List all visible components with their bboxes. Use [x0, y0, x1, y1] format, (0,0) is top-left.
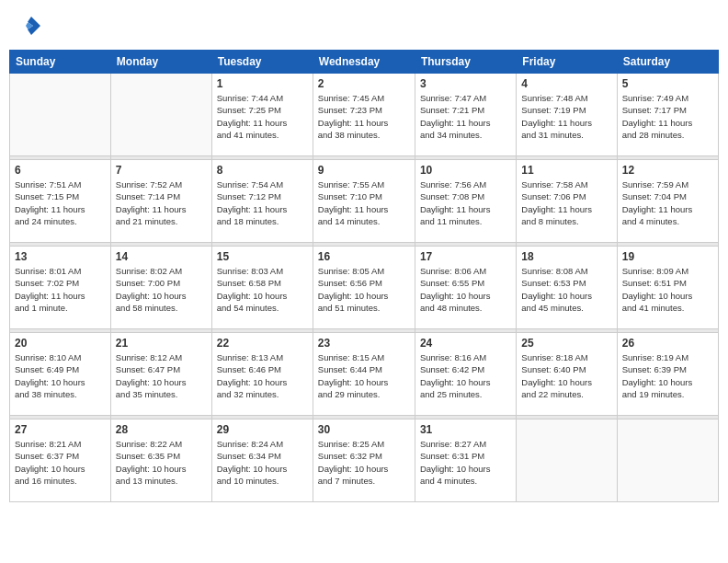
day-number: 20 [15, 337, 106, 350]
day-number: 23 [318, 337, 410, 350]
day-info: Sunrise: 7:58 AM Sunset: 7:06 PM Dayligh… [521, 178, 611, 227]
day-number: 19 [622, 250, 713, 263]
day-info: Sunrise: 8:16 AM Sunset: 6:42 PM Dayligh… [420, 351, 511, 400]
calendar-day-cell [517, 419, 617, 502]
day-number: 29 [217, 423, 308, 436]
calendar-day-cell: 30Sunrise: 8:25 AM Sunset: 6:32 PM Dayli… [313, 419, 415, 502]
calendar-day-cell: 27Sunrise: 8:21 AM Sunset: 6:37 PM Dayli… [10, 419, 111, 502]
day-number: 21 [116, 337, 207, 350]
calendar-day-cell: 10Sunrise: 7:56 AM Sunset: 7:08 PM Dayli… [415, 160, 516, 243]
day-number: 2 [318, 77, 410, 90]
day-number: 31 [420, 423, 511, 436]
weekday-header-row: SundayMondayTuesdayWednesdayThursdayFrid… [10, 51, 719, 74]
weekday-header-cell: Thursday [415, 51, 516, 74]
day-number: 3 [420, 77, 511, 90]
day-info: Sunrise: 8:24 AM Sunset: 6:34 PM Dayligh… [217, 438, 308, 487]
day-number: 13 [15, 250, 106, 263]
day-info: Sunrise: 7:55 AM Sunset: 7:10 PM Dayligh… [318, 178, 410, 227]
day-info: Sunrise: 8:13 AM Sunset: 6:46 PM Dayligh… [217, 351, 308, 400]
calendar-week-row: 1Sunrise: 7:44 AM Sunset: 7:25 PM Daylig… [10, 74, 719, 156]
day-info: Sunrise: 8:01 AM Sunset: 7:02 PM Dayligh… [15, 265, 106, 314]
day-number: 24 [420, 337, 511, 350]
day-info: Sunrise: 8:10 AM Sunset: 6:49 PM Dayligh… [15, 351, 106, 400]
day-number: 17 [420, 250, 511, 263]
day-number: 9 [318, 164, 410, 177]
day-info: Sunrise: 7:59 AM Sunset: 7:04 PM Dayligh… [622, 178, 713, 227]
day-number: 11 [521, 164, 611, 177]
day-info: Sunrise: 8:25 AM Sunset: 6:32 PM Dayligh… [318, 438, 410, 487]
day-info: Sunrise: 7:45 AM Sunset: 7:23 PM Dayligh… [318, 92, 410, 141]
day-number: 26 [622, 337, 713, 350]
calendar-day-cell: 13Sunrise: 8:01 AM Sunset: 7:02 PM Dayli… [10, 247, 111, 329]
day-info: Sunrise: 7:44 AM Sunset: 7:25 PM Dayligh… [217, 92, 308, 141]
day-info: Sunrise: 7:48 AM Sunset: 7:19 PM Dayligh… [521, 92, 611, 141]
calendar-day-cell: 15Sunrise: 8:03 AM Sunset: 6:58 PM Dayli… [211, 247, 313, 329]
day-number: 14 [116, 250, 207, 263]
day-info: Sunrise: 8:27 AM Sunset: 6:31 PM Dayligh… [420, 438, 511, 487]
day-info: Sunrise: 7:56 AM Sunset: 7:08 PM Dayligh… [420, 178, 511, 227]
calendar-day-cell: 31Sunrise: 8:27 AM Sunset: 6:31 PM Dayli… [415, 419, 516, 502]
day-info: Sunrise: 8:06 AM Sunset: 6:55 PM Dayligh… [420, 265, 511, 314]
day-number: 7 [116, 164, 207, 177]
calendar-day-cell: 4Sunrise: 7:48 AM Sunset: 7:19 PM Daylig… [517, 74, 617, 156]
calendar-week-row: 20Sunrise: 8:10 AM Sunset: 6:49 PM Dayli… [10, 333, 719, 416]
calendar-body: 1Sunrise: 7:44 AM Sunset: 7:25 PM Daylig… [10, 74, 719, 502]
calendar-day-cell: 6Sunrise: 7:51 AM Sunset: 7:15 PM Daylig… [10, 160, 111, 243]
calendar-day-cell [10, 74, 111, 156]
calendar-day-cell: 8Sunrise: 7:54 AM Sunset: 7:12 PM Daylig… [211, 160, 313, 243]
calendar-day-cell: 16Sunrise: 8:05 AM Sunset: 6:56 PM Dayli… [313, 247, 415, 329]
calendar-day-cell: 29Sunrise: 8:24 AM Sunset: 6:34 PM Dayli… [211, 419, 313, 502]
day-info: Sunrise: 7:52 AM Sunset: 7:14 PM Dayligh… [116, 178, 207, 227]
calendar-day-cell: 18Sunrise: 8:08 AM Sunset: 6:53 PM Dayli… [517, 247, 617, 329]
weekday-header-cell: Sunday [10, 51, 111, 74]
day-info: Sunrise: 7:49 AM Sunset: 7:17 PM Dayligh… [622, 92, 713, 141]
day-number: 12 [622, 164, 713, 177]
day-info: Sunrise: 8:19 AM Sunset: 6:39 PM Dayligh… [622, 351, 713, 400]
day-info: Sunrise: 8:02 AM Sunset: 7:00 PM Dayligh… [116, 265, 207, 314]
day-number: 8 [217, 164, 308, 177]
day-number: 5 [622, 77, 713, 90]
day-number: 4 [521, 77, 611, 90]
day-info: Sunrise: 8:18 AM Sunset: 6:40 PM Dayligh… [521, 351, 611, 400]
calendar-day-cell: 24Sunrise: 8:16 AM Sunset: 6:42 PM Dayli… [415, 333, 516, 416]
weekday-header-cell: Saturday [617, 51, 718, 74]
day-number: 15 [217, 250, 308, 263]
day-info: Sunrise: 8:08 AM Sunset: 6:53 PM Dayligh… [521, 265, 611, 314]
calendar-day-cell: 23Sunrise: 8:15 AM Sunset: 6:44 PM Dayli… [313, 333, 415, 416]
calendar-day-cell: 28Sunrise: 8:22 AM Sunset: 6:35 PM Dayli… [110, 419, 211, 502]
day-info: Sunrise: 8:05 AM Sunset: 6:56 PM Dayligh… [318, 265, 410, 314]
calendar-day-cell [110, 74, 211, 156]
weekday-header-cell: Monday [110, 51, 211, 74]
day-info: Sunrise: 7:47 AM Sunset: 7:21 PM Dayligh… [420, 92, 511, 141]
calendar-day-cell [617, 419, 718, 502]
calendar-day-cell: 26Sunrise: 8:19 AM Sunset: 6:39 PM Dayli… [617, 333, 718, 416]
day-number: 18 [521, 250, 611, 263]
calendar-day-cell: 12Sunrise: 7:59 AM Sunset: 7:04 PM Dayli… [617, 160, 718, 243]
day-number: 27 [15, 423, 106, 436]
calendar-day-cell: 9Sunrise: 7:55 AM Sunset: 7:10 PM Daylig… [313, 160, 415, 243]
calendar-day-cell: 5Sunrise: 7:49 AM Sunset: 7:17 PM Daylig… [617, 74, 718, 156]
calendar-day-cell: 22Sunrise: 8:13 AM Sunset: 6:46 PM Dayli… [211, 333, 313, 416]
day-info: Sunrise: 7:51 AM Sunset: 7:15 PM Dayligh… [15, 178, 106, 227]
calendar-day-cell: 11Sunrise: 7:58 AM Sunset: 7:06 PM Dayli… [517, 160, 617, 243]
calendar-day-cell: 21Sunrise: 8:12 AM Sunset: 6:47 PM Dayli… [110, 333, 211, 416]
weekday-header-cell: Tuesday [211, 51, 313, 74]
day-number: 28 [116, 423, 207, 436]
day-info: Sunrise: 8:09 AM Sunset: 6:51 PM Dayligh… [622, 265, 713, 314]
logo-icon [18, 13, 44, 39]
calendar-day-cell: 3Sunrise: 7:47 AM Sunset: 7:21 PM Daylig… [415, 74, 516, 156]
day-info: Sunrise: 7:54 AM Sunset: 7:12 PM Dayligh… [217, 178, 308, 227]
calendar-day-cell: 20Sunrise: 8:10 AM Sunset: 6:49 PM Dayli… [10, 333, 111, 416]
day-number: 1 [217, 77, 308, 90]
calendar-week-row: 6Sunrise: 7:51 AM Sunset: 7:15 PM Daylig… [10, 160, 719, 243]
calendar-week-row: 27Sunrise: 8:21 AM Sunset: 6:37 PM Dayli… [10, 419, 719, 502]
calendar-week-row: 13Sunrise: 8:01 AM Sunset: 7:02 PM Dayli… [10, 247, 719, 329]
logo [17, 13, 44, 39]
day-number: 22 [217, 337, 308, 350]
day-info: Sunrise: 8:12 AM Sunset: 6:47 PM Dayligh… [116, 351, 207, 400]
day-number: 6 [15, 164, 106, 177]
calendar-day-cell: 2Sunrise: 7:45 AM Sunset: 7:23 PM Daylig… [313, 74, 415, 156]
day-number: 30 [318, 423, 410, 436]
page-header [9, 9, 719, 42]
day-info: Sunrise: 8:22 AM Sunset: 6:35 PM Dayligh… [116, 438, 207, 487]
